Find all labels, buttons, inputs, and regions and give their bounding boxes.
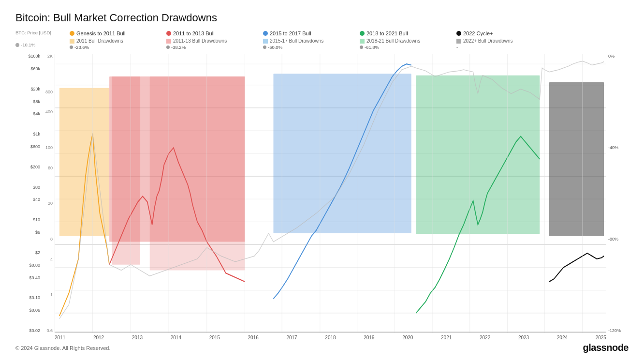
legend-2015-2017: 2015 to 2017 Bull xyxy=(263,30,360,37)
legend-2015-17-drawdowns: 2015-17 Bull Drawdowns xyxy=(263,38,360,44)
footer: © 2024 Glassnode. All Rights Reserved. g… xyxy=(15,342,629,353)
copyright: © 2024 Glassnode. All Rights Reserved. xyxy=(15,345,110,351)
svg-rect-18 xyxy=(273,74,411,233)
chart-title: Bitcoin: Bull Market Correction Drawdown… xyxy=(15,12,629,24)
y-axis-left: $100k $60k $20k $8k $4k $1k $600 $200 $8… xyxy=(15,54,42,333)
svg-rect-14 xyxy=(59,88,109,236)
btc-price-label: BTC: Price [USD] xyxy=(15,30,70,36)
legend-2011-2013: 2011 to 2013 Bull xyxy=(166,30,263,37)
svg-rect-19 xyxy=(416,76,540,234)
legend-2018-2021: 2018 to 2021 Bull xyxy=(360,30,456,37)
svg-rect-17 xyxy=(150,76,245,270)
x-axis-labels: 2011 2012 2013 2014 2015 2016 2017 2018 … xyxy=(55,335,606,340)
btc-stat: -10.1% xyxy=(15,42,70,48)
y-axis-log: 2K 800 400 100 60 20 8 4 1 0.6 xyxy=(42,54,55,333)
legend: BTC: Price [USD] - -10.1% Genesis to 201… xyxy=(15,30,629,50)
svg-rect-20 xyxy=(549,82,604,236)
y-axis-right: 0% -40% -80% -120% xyxy=(606,54,629,333)
svg-rect-16 xyxy=(112,76,140,265)
legend-genesis: Genesis to 2011 Bull xyxy=(70,30,166,37)
legend-2018-21-drawdowns: 2018-21 Bull Drawdowns xyxy=(360,38,456,44)
legend-2022: 2022 Cycle+ xyxy=(456,30,553,37)
glassnode-logo: glassnode xyxy=(583,342,629,353)
legend-2011-13-drawdowns: 2011-13 Bull Drawdowns xyxy=(166,38,263,44)
legend-2022-drawdowns: 2022+ Bull Drawdowns xyxy=(456,38,553,44)
chart-wrapper: $100k $60k $20k $8k $4k $1k $600 $200 $8… xyxy=(15,54,629,333)
legend-2011-drawdowns: 2011 Bull Drawdowns xyxy=(70,38,166,44)
chart-main xyxy=(55,54,606,333)
